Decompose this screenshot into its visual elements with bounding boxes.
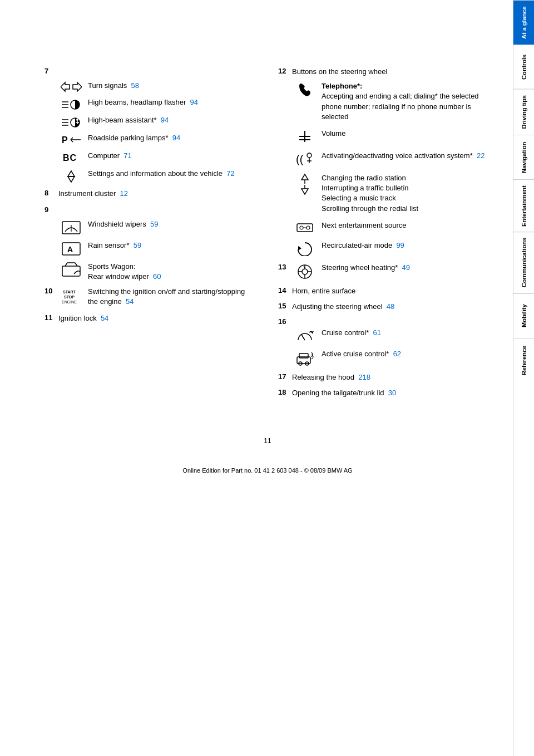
settings-text: Settings and information about the vehic… — [88, 169, 256, 179]
section-14-text: Horn, entire surface — [292, 286, 491, 296]
windshield-wipers-page[interactable]: 59 — [150, 220, 158, 228]
telephone-icon — [292, 81, 317, 97]
sidebar-tab-reference[interactable]: Reference — [513, 338, 534, 382]
item-high-beam-assistant: High-beam assistant* 94 — [58, 115, 256, 129]
recirculated-air-page[interactable]: 99 — [396, 241, 404, 249]
section-9-number: 9 — [44, 205, 56, 214]
svg-marker-0 — [61, 82, 70, 91]
svg-text:ENGINE: ENGINE — [62, 300, 77, 304]
recirculated-air-icon — [292, 240, 317, 256]
steering-wheel-heating-icon — [292, 263, 317, 281]
section-17-text: Releasing the hood 218 — [292, 372, 491, 382]
section-16-header: 16 — [278, 317, 491, 326]
svg-marker-38 — [301, 174, 308, 180]
section-17-number: 17 — [278, 372, 289, 381]
sidebar-tab-communications[interactable]: Communications — [513, 232, 534, 293]
main-content: 7 Turn signals 58 — [0, 0, 513, 756]
high-beams-page[interactable]: 94 — [190, 98, 198, 106]
active-cruise-control-icon — [292, 349, 317, 367]
section-12-items: Telephone*: Accepting and ending a call;… — [292, 81, 491, 256]
turn-signals-page[interactable]: 58 — [131, 81, 139, 90]
section-8-page[interactable]: 12 — [120, 189, 128, 198]
high-beam-assistant-page[interactable]: 94 — [161, 116, 169, 124]
parking-lamps-page[interactable]: 94 — [172, 134, 180, 142]
sidebar-tab-mobility[interactable]: Mobility — [513, 293, 534, 338]
section-13-text: Steering wheel heating* 49 — [322, 263, 491, 273]
item-radio: Changing the radio station Interrupting … — [292, 173, 491, 214]
section-11-number: 11 — [44, 313, 56, 322]
volume-icon — [292, 129, 317, 144]
section-18-page[interactable]: 30 — [388, 389, 396, 397]
voice-activation-icon: (( — [292, 151, 317, 166]
sidebar-tab-entertainment[interactable]: Entertainment — [513, 179, 534, 232]
sidebar-tab-at-a-glance[interactable]: At a glance — [513, 0, 534, 45]
item-computer: BC Computer 71 — [58, 151, 256, 164]
svg-text:BC: BC — [63, 153, 77, 163]
svg-marker-40 — [301, 189, 308, 194]
windshield-wipers-icon — [58, 219, 83, 236]
volume-text: Volume — [322, 129, 491, 139]
sidebar-tab-driving-tips[interactable]: Driving tips — [513, 89, 534, 135]
section-10-page[interactable]: 54 — [126, 297, 134, 306]
next-source-icon — [292, 220, 317, 234]
high-beam-assistant-icon — [58, 115, 83, 129]
section-12-label: Buttons on the steering wheel — [292, 67, 491, 77]
high-beam-assistant-text: High-beam assistant* 94 — [88, 115, 256, 125]
section-16-items: Cruise control* 61 — [292, 328, 491, 367]
next-source-text: Next entertainment source — [322, 220, 491, 230]
cruise-control-page[interactable]: 61 — [373, 328, 381, 337]
turn-signal-icon — [58, 81, 83, 93]
footer-text: Online Edition for Part no. 01 41 2 603 … — [44, 467, 491, 474]
voice-activation-text: Activating/deactivating voice activation… — [322, 151, 491, 161]
active-cruise-control-page[interactable]: 62 — [393, 350, 401, 358]
start-stop-icon: START STOP ENGINE — [58, 287, 83, 305]
section-7-items: Turn signals 58 — [58, 81, 256, 184]
section-10-number: 10 — [44, 287, 56, 295]
computer-page[interactable]: 71 — [123, 151, 131, 160]
section-15-page[interactable]: 48 — [387, 302, 394, 311]
item-windshield-wipers: Windshield wipers 59 — [58, 219, 256, 236]
section-18-number: 18 — [278, 388, 289, 396]
radio-icon — [292, 173, 317, 195]
section-18-text: Opening the tailgate/trunk lid 30 — [292, 388, 491, 398]
page-number: 11 — [44, 437, 491, 445]
section-17-page[interactable]: 218 — [358, 373, 370, 381]
svg-marker-46 — [298, 246, 301, 251]
right-column: 12 Buttons on the steering wheel — [278, 67, 491, 404]
item-high-beams: High beams, headlamp flasher 94 — [58, 97, 256, 111]
section-13-page[interactable]: 49 — [402, 263, 410, 272]
section-15-text: Adjusting the steering wheel 48 — [292, 302, 491, 312]
section-14: 14 Horn, entire surface — [278, 286, 491, 296]
settings-page[interactable]: 72 — [226, 169, 234, 178]
svg-text:P: P — [62, 135, 68, 145]
sidebar-tab-navigation[interactable]: Navigation — [513, 135, 534, 179]
item-cruise-control: Cruise control* 61 — [292, 328, 491, 343]
item-rear-wiper: Sports Wagon:Rear window wiper 60 — [58, 262, 256, 282]
computer-icon: BC — [58, 151, 83, 164]
rear-wiper-page[interactable]: 60 — [153, 272, 161, 281]
section-9-header: 9 — [44, 205, 256, 214]
rain-sensor-text: Rain sensor* 59 — [88, 240, 256, 251]
page-container: 7 Turn signals 58 — [0, 0, 534, 756]
voice-activation-page[interactable]: 22 — [477, 151, 484, 160]
svg-text:((: (( — [296, 153, 304, 165]
svg-marker-19 — [68, 176, 75, 182]
section-11: 11 Ignition lock 54 — [44, 313, 256, 323]
section-11-text: Ignition lock 54 — [58, 313, 256, 323]
section-11-page[interactable]: 54 — [101, 314, 108, 322]
section-8-number: 8 — [44, 189, 56, 197]
rain-sensor-page[interactable]: 59 — [134, 241, 141, 249]
svg-text:START: START — [63, 290, 76, 294]
section-18: 18 Opening the tailgate/trunk lid 30 — [278, 388, 491, 398]
rain-sensor-icon: A — [58, 240, 83, 257]
sidebar-tab-controls[interactable]: Controls — [513, 45, 534, 89]
section-15-number: 15 — [278, 302, 289, 310]
svg-marker-1 — [73, 82, 82, 91]
svg-marker-18 — [68, 171, 75, 176]
section-15: 15 Adjusting the steering wheel 48 — [278, 302, 491, 312]
windshield-wipers-text: Windshield wipers 59 — [88, 219, 256, 229]
section-14-number: 14 — [278, 286, 289, 294]
section-13: 13 Steeri — [278, 263, 491, 281]
telephone-text: Telephone*: Accepting and ending a call;… — [322, 81, 491, 122]
item-parking-lamps: P Roadside parking lamps* 94 — [58, 133, 256, 146]
